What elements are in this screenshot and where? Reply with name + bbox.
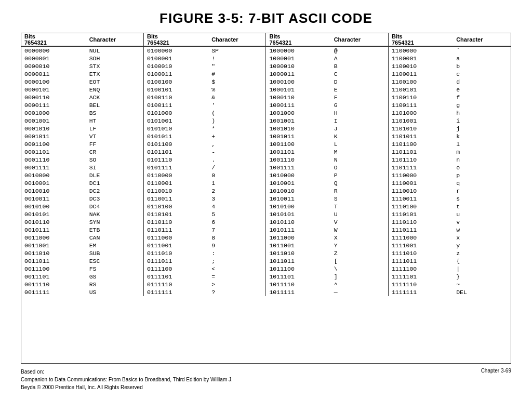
cell-bits-31-1: 0111111: [143, 288, 208, 296]
cell-bits-9-2: 1001001: [266, 117, 331, 125]
col1-bits-label: Bits7654321: [21, 33, 86, 46]
cell-char-22-2: V: [331, 218, 389, 226]
cell-char-6-0: ACK: [86, 94, 144, 101]
cell-char-1-3: a: [453, 55, 511, 62]
cell-bits-2-2: 1000010: [266, 62, 331, 70]
cell-bits-18-2: 1010010: [266, 187, 331, 195]
table-row: 0010101NAK011010151010101U1110101u: [21, 210, 511, 218]
cell-char-27-0: ESC: [86, 257, 144, 265]
cell-bits-27-1: 0111011: [143, 257, 208, 265]
cell-char-10-3: j: [453, 125, 511, 132]
cell-bits-17-3: 1110001: [388, 179, 453, 187]
cell-char-12-1: ,: [208, 140, 266, 148]
cell-char-2-2: B: [331, 62, 389, 70]
cell-bits-26-1: 0111010: [143, 249, 208, 257]
cell-char-8-1: (: [208, 109, 266, 117]
cell-bits-26-2: 1011010: [266, 249, 331, 257]
cell-bits-6-0: 0000110: [21, 94, 86, 101]
table-row: 0010001DC1011000111010001Q1110001q: [21, 179, 511, 187]
cell-char-3-1: #: [208, 70, 266, 78]
cell-bits-29-2: 1011101: [266, 273, 331, 281]
cell-bits-27-2: 1011011: [266, 257, 331, 265]
cell-bits-17-2: 1010001: [266, 179, 331, 187]
footer-chapter: Chapter 3-69: [481, 368, 511, 374]
cell-char-11-1: +: [208, 132, 266, 140]
cell-bits-14-1: 0101110: [143, 156, 208, 164]
cell-bits-4-0: 0000100: [21, 78, 86, 86]
cell-bits-21-2: 1010101: [266, 210, 331, 218]
cell-bits-28-3: 1111100: [388, 265, 453, 273]
cell-char-6-1: &: [208, 94, 266, 101]
cell-bits-22-3: 1110110: [388, 218, 453, 226]
footer-based-on: Based on:: [21, 368, 233, 376]
cell-bits-4-2: 1000100: [266, 78, 331, 86]
cell-char-29-1: =: [208, 273, 266, 281]
cell-char-27-2: [: [331, 257, 389, 265]
cell-char-27-3: {: [453, 257, 511, 265]
cell-char-19-2: S: [331, 195, 389, 203]
cell-bits-19-1: 0110011: [143, 195, 208, 203]
cell-char-26-1: :: [208, 249, 266, 257]
col3-char-label: Character: [331, 33, 389, 46]
cell-char-5-1: %: [208, 86, 266, 94]
cell-char-1-2: A: [331, 55, 389, 62]
cell-char-16-3: p: [453, 171, 511, 179]
cell-char-17-2: Q: [331, 179, 389, 187]
cell-char-10-2: J: [331, 125, 389, 132]
cell-bits-24-0: 0011000: [21, 234, 86, 242]
cell-bits-29-1: 0111101: [143, 273, 208, 281]
cell-bits-15-3: 1101111: [388, 164, 453, 171]
cell-bits-31-2: 1011111: [266, 288, 331, 296]
cell-bits-13-2: 1001101: [266, 148, 331, 156]
cell-char-23-2: W: [331, 226, 389, 234]
cell-char-8-3: h: [453, 109, 511, 117]
cell-char-17-3: q: [453, 179, 511, 187]
cell-char-0-3: `: [453, 46, 511, 55]
cell-char-18-3: r: [453, 187, 511, 195]
cell-char-12-0: FF: [86, 140, 144, 148]
cell-char-22-0: SYN: [86, 218, 144, 226]
cell-bits-2-3: 1100010: [388, 62, 453, 70]
col2-bits-label: Bits7654321: [143, 33, 208, 46]
col2-char-label: Character: [208, 33, 266, 46]
cell-char-19-1: 3: [208, 195, 266, 203]
footer-companion: Companion to Data Communications: From B…: [21, 376, 233, 383]
cell-char-24-1: 8: [208, 234, 266, 242]
table-row: 0011100FS0111100<1011100\1111100|: [21, 265, 511, 273]
cell-char-25-2: Y: [331, 242, 389, 249]
cell-bits-12-0: 0001100: [21, 140, 86, 148]
cell-char-1-1: !: [208, 55, 266, 62]
cell-bits-13-0: 0001101: [21, 148, 86, 156]
cell-char-19-0: DC3: [86, 195, 144, 203]
cell-char-31-1: ?: [208, 288, 266, 296]
cell-bits-16-3: 1110000: [388, 171, 453, 179]
cell-char-29-3: }: [453, 273, 511, 281]
table-row: 0010100DC4011010041010100T1110100t: [21, 203, 511, 210]
cell-bits-9-3: 1101001: [388, 117, 453, 125]
cell-char-28-2: \: [331, 265, 389, 273]
cell-char-20-1: 4: [208, 203, 266, 210]
table-row: 0000001SOH0100001!1000001A1100001a: [21, 55, 511, 62]
cell-char-23-0: ETB: [86, 226, 144, 234]
cell-bits-3-1: 0100011: [143, 70, 208, 78]
table-row: 0010011DC3011001131010011S1110011s: [21, 195, 511, 203]
cell-char-16-0: DLE: [86, 171, 144, 179]
cell-char-15-0: SI: [86, 164, 144, 171]
table-row: 0000100EOT0100100$1000100D1100100d: [21, 78, 511, 86]
cell-char-9-3: i: [453, 117, 511, 125]
cell-bits-24-3: 1111000: [388, 234, 453, 242]
cell-bits-2-0: 0000010: [21, 62, 86, 70]
table-row: 0011011ESC0111011;1011011[1111011{: [21, 257, 511, 265]
cell-bits-28-2: 1011100: [266, 265, 331, 273]
cell-char-11-3: k: [453, 132, 511, 140]
cell-bits-9-0: 0001001: [21, 117, 86, 125]
cell-bits-3-2: 1000011: [266, 70, 331, 78]
cell-bits-0-2: 1000000: [266, 46, 331, 55]
cell-bits-5-1: 0100101: [143, 86, 208, 94]
cell-char-0-1: SP: [208, 46, 266, 55]
cell-bits-7-0: 0000111: [21, 101, 86, 109]
cell-char-29-0: GS: [86, 273, 144, 281]
cell-bits-27-0: 0011011: [21, 257, 86, 265]
cell-char-8-0: BS: [86, 109, 144, 117]
table-row: 0001110SO0101110.1001110N1101110n: [21, 156, 511, 164]
